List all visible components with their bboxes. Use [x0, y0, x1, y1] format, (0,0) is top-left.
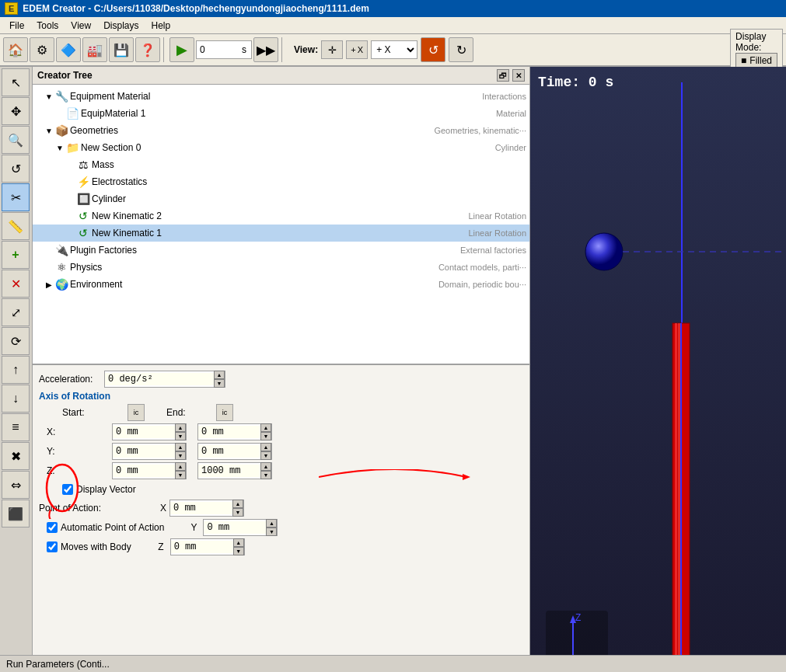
- view-zoom-btn[interactable]: + X: [346, 40, 368, 59]
- prop-spin-z-start-down[interactable]: ▼: [175, 471, 186, 479]
- prop-y-action-field[interactable]: [204, 521, 266, 534]
- tree-item-mass[interactable]: ▷ ⚖ Mass: [33, 156, 529, 173]
- prop-x-start-field[interactable]: [113, 426, 175, 438]
- tool-measure[interactable]: 📏: [2, 212, 30, 240]
- prop-y-end-field[interactable]: [198, 445, 260, 458]
- toolbar-particle-btn[interactable]: ⚙: [30, 37, 54, 62]
- toolbar-time-input[interactable]: [198, 43, 237, 57]
- prop-spin-x-start-up[interactable]: ▲: [175, 423, 186, 432]
- tool-select[interactable]: ↖: [2, 68, 30, 96]
- tree-item-newkinematic1[interactable]: ▷ ↺ New Kinematic 1 Linear Rotation: [33, 225, 529, 242]
- toolbar-home-btn[interactable]: 🏠: [3, 37, 28, 62]
- tool-layer[interactable]: ≡: [2, 413, 30, 441]
- tree-item-geometries[interactable]: ▼ 📦 Geometries Geometries, kinematic···: [33, 122, 529, 139]
- tree-item-equipment[interactable]: ▼ 🔧 Equipment Material Interactions: [33, 88, 529, 105]
- prop-label-auto-point[interactable]: Automatic Point of Action: [61, 522, 164, 533]
- tree-expander-environment[interactable]: ▶: [44, 279, 54, 290]
- prop-spin-x-action-down[interactable]: ▼: [232, 508, 243, 517]
- prop-spin-y-end-up[interactable]: ▲: [260, 443, 271, 451]
- prop-spin-z-end-down[interactable]: ▼: [260, 471, 271, 479]
- viewport[interactable]: Time: 0 s: [530, 67, 786, 655]
- tree-item-environment[interactable]: ▶ 🌍 Environment Domain, periodic bou···: [33, 276, 529, 293]
- prop-spin-z-action-up[interactable]: ▲: [233, 538, 244, 547]
- prop-x-end-field[interactable]: [198, 426, 260, 438]
- prop-spin-y-action-up[interactable]: ▲: [266, 519, 277, 528]
- toolbar-help-btn[interactable]: ❓: [135, 37, 160, 62]
- prop-spin-x-end-up[interactable]: ▲: [260, 423, 271, 432]
- tree-item-equipmaterial[interactable]: ▷ 📄 EquipMaterial 1 Material: [33, 105, 529, 122]
- tool-add[interactable]: +: [2, 241, 30, 269]
- toolbar-save-btn[interactable]: 💾: [109, 37, 134, 62]
- tree-item-cylinder[interactable]: ▷ 🔲 Cylinder: [33, 190, 529, 207]
- menu-view[interactable]: View: [65, 19, 97, 33]
- prop-spin-accel-up[interactable]: ▲: [214, 371, 225, 379]
- display-mode-filled-btn[interactable]: ■ Filled: [735, 53, 777, 68]
- prop-ic-end-btn[interactable]: ic: [216, 404, 233, 421]
- prop-checkbox-auto-point[interactable]: [47, 522, 58, 533]
- prop-label-display-vector[interactable]: Display Vector: [76, 484, 136, 495]
- tree-item-physics[interactable]: ▷ ⚛ Physics Contact models, parti···: [33, 259, 529, 276]
- tool-rotate[interactable]: ↺: [2, 155, 30, 183]
- creator-panel: Creator Tree 🗗 ✕ ▼ 🔧 Equipment Material …: [33, 67, 530, 655]
- menu-file[interactable]: File: [3, 19, 30, 33]
- tool-delete[interactable]: ✕: [2, 270, 30, 298]
- prop-spin-z-end-up[interactable]: ▲: [260, 462, 271, 471]
- prop-spin-y-start-up[interactable]: ▲: [175, 443, 186, 451]
- toolbar-time-unit: s: [239, 44, 250, 55]
- prop-spin-y-end-down[interactable]: ▼: [260, 451, 271, 460]
- tool-arrow-up[interactable]: ↑: [2, 356, 30, 384]
- tool-move[interactable]: ⤢: [2, 298, 30, 326]
- prop-spin-y-start-down[interactable]: ▼: [175, 451, 186, 460]
- tree-item-electrostatics[interactable]: ▷ ⚡ Electrostatics: [33, 173, 529, 190]
- tool-transform[interactable]: ⟳: [2, 327, 30, 355]
- prop-z-end-field[interactable]: [198, 465, 260, 477]
- tree-item-newsection0[interactable]: ▼ 📁 New Section 0 Cylinder: [33, 139, 529, 156]
- prop-x-action-field[interactable]: [170, 502, 232, 514]
- menu-tools[interactable]: Tools: [30, 19, 65, 33]
- prop-label-moves-with-body[interactable]: Moves with Body: [61, 541, 131, 552]
- view-crosshair-btn[interactable]: ✛: [321, 40, 343, 59]
- toolbar-play-btn[interactable]: ▶: [169, 37, 194, 62]
- toolbar-rotate-btn[interactable]: ↺: [421, 37, 445, 62]
- tool-zoom[interactable]: 🔍: [2, 126, 30, 154]
- toolbar-fast-forward-btn[interactable]: ▶▶: [253, 37, 278, 62]
- view-direction-select[interactable]: + X - X + Y - Y + Z - Z: [371, 40, 417, 59]
- prop-spin-x-start-down[interactable]: ▼: [175, 432, 186, 440]
- prop-spin-z-action-down[interactable]: ▼: [233, 547, 244, 555]
- toolbar-rotate2-btn[interactable]: ↻: [449, 37, 473, 62]
- creator-restore-btn[interactable]: 🗗: [497, 69, 509, 82]
- prop-spin-accel-down[interactable]: ▼: [214, 379, 225, 388]
- tree-expander-equipment[interactable]: ▼: [44, 91, 54, 102]
- tool-cut[interactable]: ✂: [2, 183, 30, 211]
- tool-drag[interactable]: ⇔: [2, 471, 30, 499]
- prop-spinner-x-action: ▲ ▼: [232, 500, 243, 517]
- tool-arrow-down[interactable]: ↓: [2, 385, 30, 413]
- prop-checkbox-moves-with-body[interactable]: [47, 541, 58, 552]
- tree-icon-newkinematic2: ↺: [76, 209, 90, 223]
- prop-checkbox-display-vector[interactable]: [62, 484, 73, 495]
- tree-label-physics: Physics: [70, 262, 432, 273]
- prop-input-acceleration-field[interactable]: [105, 373, 214, 385]
- prop-z-start-field[interactable]: [113, 465, 175, 477]
- prop-spin-y-action-down[interactable]: ▼: [266, 528, 277, 536]
- tree-item-pluginfactories[interactable]: ▷ 🔌 Plugin Factories External factories: [33, 242, 529, 259]
- prop-spin-x-end-down[interactable]: ▼: [260, 432, 271, 440]
- tree-item-newkinematic2[interactable]: ▷ ↺ New Kinematic 2 Linear Rotation: [33, 207, 529, 225]
- toolbar-geometry-btn[interactable]: 🔷: [56, 37, 81, 62]
- tool-cross[interactable]: ✖: [2, 442, 30, 470]
- prop-y-start-field[interactable]: [113, 445, 175, 458]
- tree-area[interactable]: ▼ 🔧 Equipment Material Interactions ▷ 📄 …: [33, 85, 529, 364]
- menu-help[interactable]: Help: [145, 19, 177, 33]
- tree-expander-newsection0[interactable]: ▼: [54, 142, 65, 153]
- toolbar-factory-btn[interactable]: 🏭: [82, 37, 107, 62]
- creator-close-btn[interactable]: ✕: [512, 69, 525, 82]
- prop-z-action-field[interactable]: [171, 541, 233, 553]
- tool-pan[interactable]: ✥: [2, 97, 30, 125]
- menu-displays[interactable]: Displays: [97, 19, 145, 33]
- prop-spin-z-start-up[interactable]: ▲: [175, 462, 186, 471]
- tree-expander-geometries[interactable]: ▼: [44, 125, 54, 136]
- prop-ic-start-btn[interactable]: ic: [128, 404, 145, 421]
- tool-extra[interactable]: ⬛: [2, 500, 30, 528]
- prop-y-action-label: Y: [173, 522, 197, 533]
- prop-spin-x-action-up[interactable]: ▲: [232, 500, 243, 508]
